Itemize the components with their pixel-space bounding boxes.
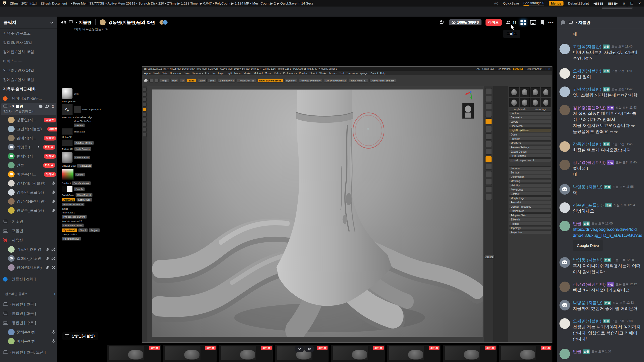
palette-button[interactable]: Blur 2: [78, 228, 88, 232]
avatar[interactable]: [559, 300, 570, 310]
append-button[interactable]: Append: [484, 255, 495, 259]
sidebar-channel-active[interactable]: · 지블반 ⚙ 7회차 나무밑둥만들기: [1, 103, 56, 115]
zbrush-menu-draw[interactable]: Draw: [184, 72, 189, 75]
palette-button[interactable]: Extract: [74, 123, 85, 127]
dock-menu-item[interactable]: Rigging: [509, 222, 551, 225]
zbrush-menu-brush[interactable]: Brush: [153, 72, 159, 75]
zbrush-menu-color[interactable]: Color: [162, 72, 168, 75]
avatar[interactable]: [559, 184, 570, 195]
tool-thumbnail[interactable]: [509, 87, 519, 97]
zbrush-menu-edit[interactable]: Edit: [205, 72, 209, 75]
chat-message[interactable]: 김유경(블렌더반) 다토 오늘 오전 11:45떴어요 !네: [559, 160, 644, 177]
tray-icon[interactable]: [143, 113, 147, 117]
zbrush-menu-movie[interactable]: Movie: [265, 72, 272, 75]
zbrush-menu-zscript[interactable]: Zscript: [370, 72, 378, 75]
zbrush-menu-stroke[interactable]: Stroke: [319, 72, 327, 75]
chat-message[interactable]: 강동연(지블반) 안콜 오늘 오전 11:45화장실 빠르게 다녀오겠습니다: [559, 141, 644, 153]
sidebar-channel[interactable]: 김예슬 / 연차 15일: [0, 75, 57, 84]
chat-message[interactable]: 박영웅 (지블반) 안콜 오늘 오후 12:08혹시 다이나매쉬 재적용하는게 …: [559, 257, 644, 275]
zbrush-menu-stencil[interactable]: Stencil: [309, 72, 317, 75]
zbrush-menu-picker[interactable]: Picker: [274, 72, 281, 75]
chat-message[interactable]: 오세민(지블반) 안콜 오늘 오후 12:58선생님 저는 나가봐야해서 여기까…: [559, 318, 644, 342]
dock-menu-item[interactable]: Deformation: [509, 175, 551, 178]
chat-message[interactable]: 김유경(블렌더반) 다토 오늘 오후 12:12렉걸려서 잠시껐다키고왔어요: [559, 282, 644, 293]
zbrush-toolbar-chip[interactable]: Zcut: [208, 79, 216, 82]
shelf-icon[interactable]: [485, 133, 492, 140]
zbrush-toolbar-chip[interactable]: M: [180, 79, 185, 82]
chat-message[interactable]: 김수민_포폴(금) 안콜 오늘 오후 12:04안녕하세요: [559, 202, 644, 214]
palette-button-active[interactable]: DynaMesh: [62, 228, 77, 232]
shelf-icon[interactable]: [485, 171, 492, 177]
sidebar-channel[interactable]: 안교춘 / 연차 14일: [0, 66, 57, 75]
picture-in-picture-icon[interactable]: [530, 20, 536, 25]
sidebar-channel[interactable]: · 통합반 [ 화금 ]: [0, 309, 57, 318]
voice-user-row[interactable]: 고민석(지블반) 라이브: [0, 124, 57, 133]
tool-thumbnail[interactable]: [531, 87, 540, 97]
tool-thumbnail[interactable]: [531, 98, 540, 107]
zbrush-toolbar-chip[interactable]: Zsub: [198, 79, 207, 82]
minimize-icon[interactable]: ⊼: [623, 2, 625, 5]
zbrush-menu-render[interactable]: Render: [299, 72, 307, 75]
zbrush-tb-menus[interactable]: Menus: [513, 68, 524, 70]
avatar[interactable]: [559, 257, 570, 268]
shelf-icon[interactable]: [485, 149, 492, 155]
dock-menu-item[interactable]: Surface: [509, 171, 551, 174]
voice-user-row[interactable]: 안콜 라이브: [0, 161, 57, 170]
chat-message[interactable]: 네: [559, 31, 644, 37]
palette-button[interactable]: Enable Customize: [62, 203, 85, 206]
presenter-label[interactable]: 강동연(지블반): [62, 332, 98, 340]
avatar[interactable]: [559, 86, 570, 97]
zbrush-toolbar-chip[interactable]: Dynamic: [285, 79, 297, 82]
alpha-thumbnail[interactable]: [62, 140, 73, 146]
dock-menu-item[interactable]: Polypaint: [509, 201, 551, 204]
see-through-slider[interactable]: See-through 0: [524, 1, 544, 6]
dock-menu-item[interactable]: Projection: [509, 231, 551, 234]
tool-thumbnail[interactable]: [541, 87, 551, 97]
color-swatch-icon[interactable]: [144, 79, 148, 83]
zbrush-menu-preferences[interactable]: Preferences: [283, 72, 297, 75]
stroke-thumbnail[interactable]: [62, 104, 73, 115]
palette-button[interactable]: LazyMouse: [76, 198, 92, 202]
restore-icon[interactable]: ❐: [630, 2, 633, 5]
divider-left-icon[interactable]: ◀▮▮▮▮: [593, 2, 603, 5]
close-icon[interactable]: ✕: [548, 68, 550, 70]
zbrush-toolbar-chip[interactable]: TotalPoints: 37: [349, 79, 368, 82]
dock-menu-item[interactable]: Visibility: [509, 184, 551, 187]
divider-right-icon[interactable]: ▮▮▮▮▶: [608, 2, 618, 5]
collapse-strip-button[interactable]: [295, 346, 304, 352]
dock-menu-item[interactable]: Export Curves: [509, 150, 551, 153]
zbrush-menu-dynamics[interactable]: Dynamics: [192, 72, 203, 75]
viewer-count[interactable]: 11: [506, 20, 517, 25]
voice-user-row[interactable]: 전성권(기초반): [0, 263, 57, 272]
voice-user-row[interactable]: 길희라_기초반: [0, 254, 57, 263]
tray-icon[interactable]: [143, 108, 147, 112]
message-author[interactable]: 김유경(블렌더반): [573, 105, 606, 111]
dock-menu-item[interactable]: Export Displacement: [509, 158, 551, 162]
video-tile[interactable]: 라이브: [219, 345, 273, 362]
dock-menu-item[interactable]: Topology: [509, 226, 551, 230]
shelf-icon[interactable]: [485, 194, 492, 200]
zbrush-toolbar-chip[interactable]: ActivePoints: 398.255: [370, 79, 396, 82]
tool-thumbnail[interactable]: [520, 87, 530, 97]
restore-icon[interactable]: ❐: [544, 68, 546, 70]
shelf-icon[interactable]: [485, 179, 492, 185]
tray-icon[interactable]: [143, 128, 147, 132]
message-author[interactable]: 오세민(지블반): [573, 318, 601, 324]
avatar[interactable]: [559, 282, 570, 292]
message-author[interactable]: 박영웅 (지블반): [573, 184, 602, 190]
zbrush-toolbar-chip[interactable]: Activate Symmetry: [299, 79, 322, 82]
zbrush-toolbar-chip[interactable]: Z Intensity 43: [218, 79, 235, 82]
video-tile[interactable]: 라이브: [107, 345, 161, 362]
palette-button-active[interactable]: Alternate: [62, 198, 75, 202]
message-link[interactable]: https://drive.google.com/drive/fold: [573, 227, 642, 233]
video-tile[interactable]: 라이브: [387, 345, 441, 362]
default-zscript-button[interactable]: DefaultZScript: [568, 2, 589, 5]
avatar[interactable]: [559, 349, 570, 359]
palette-button[interactable]: Pre-process Current: [62, 215, 87, 219]
chat-message[interactable]: 박영웅 (지블반) 안콜 오늘 오후 12:33지금까지 했던거 중에 젤 어려…: [559, 300, 644, 312]
sidebar-channel[interactable]: · 통합반 [ 월목 ]: [0, 300, 57, 309]
tray-icon[interactable]: [143, 123, 147, 127]
zbrush-tb-ac[interactable]: AC: [476, 68, 480, 70]
shelf-icon[interactable]: [485, 118, 492, 124]
tool-thumbnail[interactable]: [520, 98, 530, 107]
